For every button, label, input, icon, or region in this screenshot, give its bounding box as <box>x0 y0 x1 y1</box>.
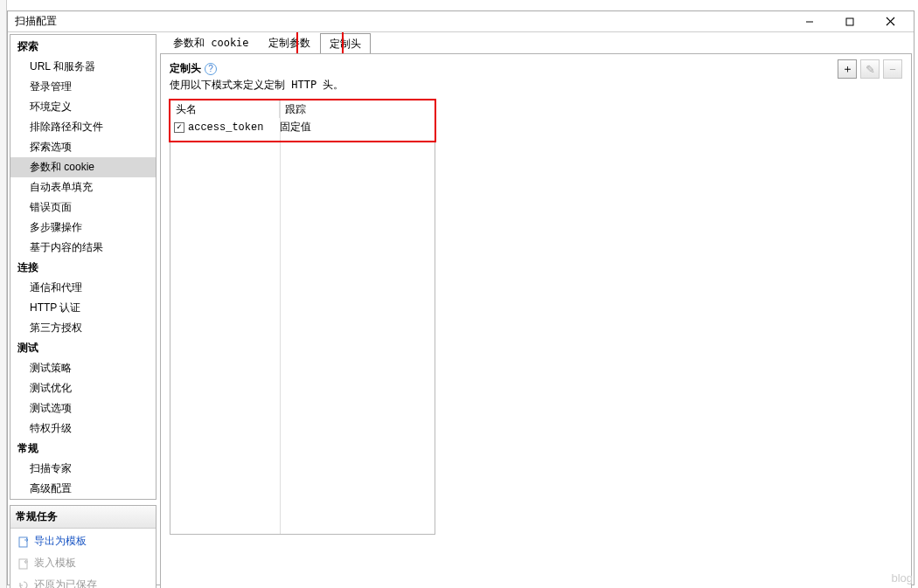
maximize-icon <box>845 17 854 26</box>
nav-item-advanced[interactable]: 高级配置 <box>10 479 156 499</box>
nav-item-env[interactable]: 环境定义 <box>10 97 156 117</box>
nav-item-explore-options[interactable]: 探索选项 <box>10 137 156 157</box>
grid-toolbar: ＋ ✎ − <box>838 59 902 79</box>
nav-tree[interactable]: 探索 URL 和服务器 登录管理 环境定义 排除路径和文件 探索选项 参数和 c… <box>10 34 156 500</box>
grid-header-track[interactable]: 跟踪 <box>280 100 435 118</box>
task-restore-label: 还原为已保存 <box>34 578 97 588</box>
titlebar: 扫描配置 <box>8 11 914 32</box>
grid-header-name[interactable]: 头名 <box>170 100 280 118</box>
export-icon <box>17 536 30 548</box>
nav-item-test-options[interactable]: 测试选项 <box>10 398 156 419</box>
restore-icon <box>17 579 30 589</box>
minimize-icon <box>805 17 814 26</box>
task-restore-saved: 还原为已保存 <box>10 572 156 588</box>
tasks-panel: 常规任务 导出为模板 装入模板 <box>10 505 156 588</box>
external-edge <box>0 0 7 588</box>
import-icon <box>17 557 30 570</box>
nav-item-content-results[interactable]: 基于内容的结果 <box>10 238 156 258</box>
help-icon[interactable]: ? <box>205 63 217 75</box>
nav-item-scan-expert[interactable]: 扫描专家 <box>10 459 156 479</box>
nav-item-http-auth[interactable]: HTTP 认证 <box>10 298 156 318</box>
nav-group-connect: 连接 <box>10 258 156 278</box>
nav-group-explore: 探索 <box>10 37 156 57</box>
svg-rect-1 <box>846 18 853 25</box>
minus-icon: − <box>889 63 896 76</box>
nav-item-error-pages[interactable]: 错误页面 <box>10 197 156 218</box>
nav-item-thirdparty[interactable]: 第三方授权 <box>10 318 156 338</box>
nav-item-comm-proxy[interactable]: 通信和代理 <box>10 278 156 298</box>
add-button[interactable]: ＋ <box>838 59 857 79</box>
nav-item-privesc[interactable]: 特权升级 <box>10 419 156 439</box>
table-row[interactable]: ✓ access_token 固定值 <box>170 118 435 136</box>
task-export-template[interactable]: 导出为模板 <box>10 529 156 550</box>
nav-group-general: 常规 <box>10 439 156 459</box>
nav-group-test: 测试 <box>10 338 156 358</box>
right-column: 参数和 cookie 定制参数 定制头 定制头 ? 使用以下模式来定义定制 HT… <box>160 34 912 588</box>
nav-item-test-optimize[interactable]: 测试优化 <box>10 378 156 398</box>
svg-rect-4 <box>19 537 27 547</box>
nav-item-login[interactable]: 登录管理 <box>10 77 156 97</box>
dialog-body: 探索 URL 和服务器 登录管理 环境定义 排除路径和文件 探索选项 参数和 c… <box>8 32 914 588</box>
row-name-value: access_token <box>188 121 263 134</box>
grid-cell-name: ✓ access_token <box>174 121 280 134</box>
content-row: 探索 URL 和服务器 登录管理 环境定义 排除路径和文件 探索选项 参数和 c… <box>8 32 914 588</box>
nav-item-autofill[interactable]: 自动表单填充 <box>10 177 156 197</box>
plus-icon: ＋ <box>842 61 853 77</box>
dialog-window: 扫描配置 探索 URL 和服务器 登录管理 环境定义 排除路径和文件 探索选项 … <box>7 10 915 585</box>
main-panel: 定制头 ? 使用以下模式来定义定制 HTTP 头。 ＋ ✎ − 头名 跟踪 <box>160 53 912 588</box>
nav-item-exclude[interactable]: 排除路径和文件 <box>10 117 156 137</box>
tab-custom-headers[interactable]: 定制头 <box>320 33 371 54</box>
grid-header-row: 头名 跟踪 <box>170 100 435 118</box>
remove-button: − <box>883 59 902 79</box>
headers-grid[interactable]: 头名 跟踪 ✓ access_token 固定值 <box>170 100 435 535</box>
row-checkbox[interactable]: ✓ <box>174 122 184 133</box>
task-import-template: 装入模板 <box>10 550 156 572</box>
task-import-label: 装入模板 <box>34 556 76 571</box>
nav-item-url-servers[interactable]: URL 和服务器 <box>10 57 156 77</box>
tabs-row: 参数和 cookie 定制参数 定制头 <box>160 34 912 53</box>
window-title: 扫描配置 <box>15 14 789 29</box>
nav-item-params-cookie[interactable]: 参数和 cookie <box>10 157 156 177</box>
tasks-header: 常规任务 <box>10 506 156 529</box>
minimize-button[interactable] <box>789 11 830 32</box>
section-title: 定制头 <box>170 61 201 76</box>
nav-item-multistep[interactable]: 多步骤操作 <box>10 218 156 238</box>
tab-params-cookie[interactable]: 参数和 cookie <box>163 32 259 53</box>
tab-custom-params[interactable]: 定制参数 <box>259 32 320 53</box>
pencil-icon: ✎ <box>866 63 875 76</box>
left-column: 探索 URL 和服务器 登录管理 环境定义 排除路径和文件 探索选项 参数和 c… <box>10 34 156 588</box>
grid-divider <box>280 100 281 534</box>
maximize-button[interactable] <box>830 11 870 32</box>
grid-cell-track: 固定值 <box>280 120 431 135</box>
section-heading: 定制头 ? <box>170 61 902 76</box>
nav-item-test-policy[interactable]: 测试策略 <box>10 358 156 378</box>
task-export-label: 导出为模板 <box>34 534 87 549</box>
close-icon <box>886 17 895 26</box>
section-description: 使用以下模式来定义定制 HTTP 头。 <box>170 78 902 93</box>
edit-button: ✎ <box>860 59 880 79</box>
close-button[interactable] <box>870 11 910 32</box>
